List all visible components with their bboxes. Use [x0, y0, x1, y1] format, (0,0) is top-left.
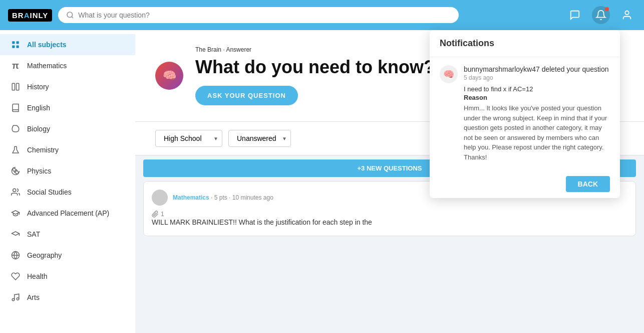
svg-rect-8: [17, 83, 19, 90]
svg-line-1: [72, 17, 73, 18]
pi-icon: π: [10, 60, 21, 71]
messages-icon: [569, 10, 580, 21]
status-filter[interactable]: Unanswered Answered: [228, 130, 291, 147]
notification-reason-label: Reason: [464, 94, 610, 101]
header-icons: [566, 6, 636, 24]
svg-point-0: [67, 12, 73, 18]
svg-point-14: [12, 298, 15, 301]
sidebar-label-physics: Physics: [27, 167, 51, 175]
attachment-indicator: 1: [152, 211, 627, 218]
sidebar-label-sat: SAT: [27, 230, 40, 238]
header: BRAINLY: [0, 0, 644, 30]
sidebar: All subjects π Mathematics History Engli…: [0, 30, 135, 333]
notification-action: bunnymarshmarloykw47 deleted your questi…: [464, 65, 610, 73]
level-filter-wrapper: High School Elementary Middle School Col…: [155, 130, 222, 147]
notification-title: Notifications: [430, 30, 620, 57]
search-input[interactable]: [78, 11, 451, 19]
sidebar-item-physics[interactable]: Physics: [0, 160, 135, 182]
svg-rect-3: [12, 41, 15, 44]
notifications-button[interactable]: [592, 6, 610, 24]
search-bar: [58, 7, 459, 23]
notification-reason-text: Hmm... It looks like you've posted your …: [464, 103, 610, 162]
bell-icon: [595, 10, 606, 21]
svg-rect-6: [17, 46, 19, 48]
question-text: WILL MARK BRAINLIEST!! What is the justi…: [152, 218, 627, 228]
mortarboard-icon: [10, 229, 21, 240]
svg-rect-5: [12, 46, 15, 48]
svg-point-11: [13, 189, 16, 192]
sidebar-item-english[interactable]: English: [0, 97, 135, 118]
sidebar-label-geography: Geography: [27, 251, 62, 259]
notification-badge: [605, 7, 609, 11]
notification-item: 🧠 bunnymarshmarloykw47 deleted your ques…: [440, 65, 610, 162]
sidebar-label-history: History: [27, 83, 49, 91]
notification-panel: Notifications 🧠 bunnymarshmarloykw47 del…: [430, 30, 620, 198]
hero-avatar: 🧠: [155, 62, 183, 90]
sidebar-label-arts: Arts: [27, 293, 40, 301]
svg-point-9: [15, 171, 17, 172]
sidebar-item-history[interactable]: History: [0, 76, 135, 97]
level-filter[interactable]: High School Elementary Middle School Col…: [155, 130, 222, 147]
notification-back-row: BACK: [430, 170, 620, 198]
svg-rect-7: [12, 83, 15, 90]
sidebar-label-advanced-placement: Advanced Placement (AP): [27, 209, 109, 217]
logo[interactable]: BRAINLY: [8, 9, 52, 22]
messages-button[interactable]: [566, 6, 584, 24]
paperclip-icon: [152, 211, 159, 218]
question-info: Mathematics · 5 pts · 10 minutes ago: [173, 194, 273, 201]
globe-icon: [10, 250, 21, 261]
sidebar-label-chemistry: Chemistry: [27, 146, 59, 154]
back-button[interactable]: BACK: [566, 176, 610, 192]
sidebar-label-english: English: [27, 104, 50, 112]
leaf-icon: [10, 123, 21, 134]
people-icon: [10, 187, 21, 198]
columns-icon: [10, 81, 21, 92]
notification-body: 🧠 bunnymarshmarloykw47 deleted your ques…: [430, 57, 620, 170]
svg-point-15: [17, 298, 19, 300]
sidebar-item-mathematics[interactable]: π Mathematics: [0, 55, 135, 76]
status-filter-wrapper: Unanswered Answered: [228, 130, 291, 147]
notification-message-title: I need to find x if AC=12: [464, 85, 610, 93]
sidebar-item-all-subjects[interactable]: All subjects: [0, 34, 135, 55]
sidebar-item-sat[interactable]: SAT: [0, 224, 135, 245]
grid-icon: [10, 39, 21, 50]
sidebar-item-geography[interactable]: Geography: [0, 245, 135, 266]
sidebar-label-biology: Biology: [27, 125, 50, 133]
atom-icon: [10, 165, 21, 177]
sidebar-item-advanced-placement[interactable]: Advanced Placement (AP): [0, 203, 135, 224]
sidebar-item-health[interactable]: Health: [0, 266, 135, 287]
notification-time: 5 days ago: [464, 74, 610, 81]
sidebar-item-chemistry[interactable]: Chemistry: [0, 139, 135, 160]
heart-icon: [10, 271, 21, 282]
profile-button[interactable]: [618, 6, 636, 24]
sidebar-item-social-studies[interactable]: Social Studies: [0, 182, 135, 203]
question-avatar: [152, 190, 168, 206]
sidebar-label-social-studies: Social Studies: [27, 188, 72, 196]
search-icon: [66, 11, 74, 19]
flask-icon: [10, 144, 21, 155]
graduation-icon: [10, 208, 21, 219]
sidebar-item-arts[interactable]: Arts: [0, 287, 135, 308]
sidebar-label-health: Health: [27, 272, 47, 280]
ask-question-button[interactable]: ASK YOUR QUESTION: [195, 86, 298, 105]
sidebar-label-all-subjects: All subjects: [27, 41, 67, 49]
sidebar-label-mathematics: Mathematics: [27, 62, 67, 70]
notification-content: bunnymarshmarloykw47 deleted your questi…: [464, 65, 610, 162]
svg-point-2: [625, 11, 628, 15]
svg-rect-4: [17, 41, 19, 44]
music-icon: [10, 292, 21, 303]
user-icon: [621, 10, 632, 21]
sidebar-item-biology[interactable]: Biology: [0, 118, 135, 139]
book-icon: [10, 102, 21, 113]
notification-avatar: 🧠: [440, 65, 458, 83]
